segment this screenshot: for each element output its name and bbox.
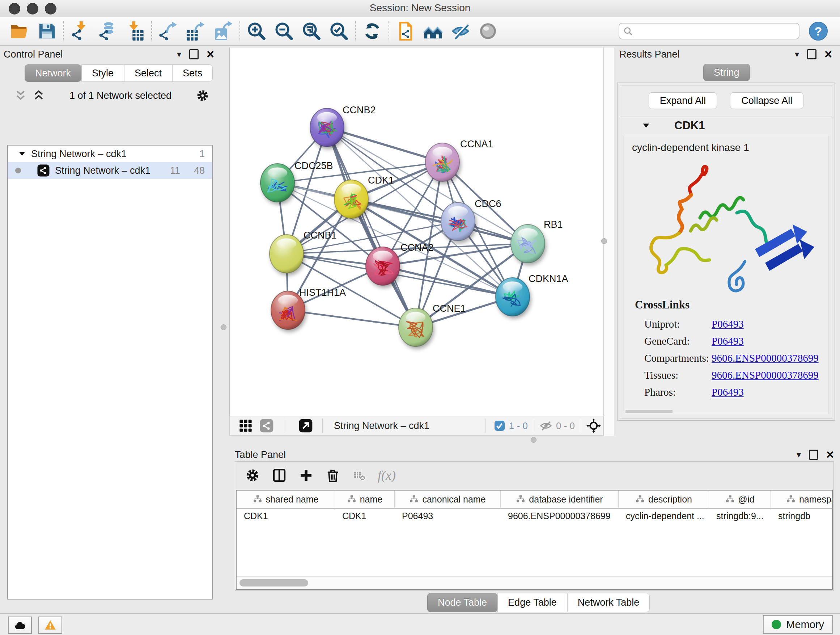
zoom-selected-icon[interactable]	[327, 20, 351, 42]
network-edge-CCNB2-CCNA1[interactable]	[327, 127, 442, 162]
network-options-gear-icon[interactable]	[196, 89, 209, 102]
table-cell[interactable]: CDK1	[237, 509, 335, 524]
table-cell[interactable]: cyclin-dependent ...	[619, 509, 709, 524]
network-node-CCNA1[interactable]	[425, 143, 459, 181]
zoom-out-icon[interactable]	[272, 20, 296, 42]
network-node-CDC6[interactable]	[441, 203, 475, 241]
save-session-icon[interactable]	[35, 20, 58, 42]
table-cell[interactable]: CDK1	[335, 509, 395, 524]
selected-checkbox-icon[interactable]	[494, 416, 505, 435]
expand-all-networks-icon[interactable]	[14, 89, 27, 102]
section-expander-icon[interactable]	[642, 121, 651, 130]
function-builder-button[interactable]: f(x)	[378, 468, 396, 483]
import-network-database-icon[interactable]	[95, 20, 119, 42]
column-header-namespace[interactable]: namespace	[771, 491, 833, 509]
float-panel-icon[interactable]	[807, 49, 816, 59]
birdseye-share-icon[interactable]	[259, 416, 274, 435]
open-file-icon[interactable]	[7, 20, 31, 42]
table-cell[interactable]: P06493	[395, 509, 501, 524]
network-node-RB1[interactable]	[511, 225, 545, 263]
network-overview-icon[interactable]	[421, 20, 445, 42]
hide-graphics-icon[interactable]	[448, 20, 472, 42]
tab-sets[interactable]: Sets	[172, 65, 213, 82]
grid-view-icon[interactable]	[238, 416, 253, 435]
cloud-status-button[interactable]	[8, 616, 32, 634]
table-options-gear-icon[interactable]	[244, 467, 261, 484]
panel-menu-icon[interactable]: ▾	[177, 50, 181, 59]
network-node-CCNE1[interactable]	[399, 308, 433, 347]
results-scrollbar-stub[interactable]	[625, 410, 673, 413]
close-panel-icon[interactable]: ×	[826, 450, 834, 460]
network-collection-row[interactable]: String Network – cdk1 1	[8, 146, 212, 162]
expand-all-button[interactable]: Expand All	[649, 92, 717, 109]
network-node-CCNB2[interactable]	[310, 108, 344, 147]
tab-node-table[interactable]: Node Table	[427, 593, 497, 612]
import-table-file-icon[interactable]	[123, 20, 147, 42]
crosslink-link[interactable]: 9606.ENSP00000378699	[712, 352, 819, 364]
network-node-CDKN1A[interactable]	[496, 278, 530, 316]
search-input[interactable]	[636, 25, 795, 37]
export-network-icon[interactable]	[156, 20, 180, 42]
add-column-icon[interactable]	[297, 467, 315, 484]
search-box[interactable]	[619, 23, 799, 40]
bottom-splitter-handle[interactable]	[531, 437, 537, 443]
tab-network[interactable]: Network	[25, 65, 81, 82]
panel-menu-icon[interactable]: ▾	[795, 50, 799, 59]
crosslink-link[interactable]: P06493	[712, 386, 744, 398]
column-header-canonical-name[interactable]: canonical name	[395, 491, 501, 509]
float-panel-icon[interactable]	[189, 49, 199, 59]
collection-expander-icon[interactable]	[18, 150, 26, 158]
collapse-all-networks-icon[interactable]	[33, 89, 45, 102]
network-row[interactable]: String Network – cdk1 11 48	[8, 162, 212, 179]
network-node-CDC25B[interactable]	[261, 164, 294, 202]
scrollbar-thumb[interactable]	[240, 579, 308, 586]
column-header-shared-name[interactable]: shared name	[237, 491, 335, 509]
hidden-eye-slash-icon[interactable]	[539, 416, 553, 435]
crosslink-link[interactable]: P06493	[712, 335, 744, 347]
export-table-icon[interactable]	[184, 20, 208, 42]
column-header-database-identifier[interactable]: database identifier	[501, 491, 619, 509]
table-cell[interactable]: 9606.ENSP00000378699	[501, 509, 619, 524]
tab-edge-table[interactable]: Edge Table	[497, 593, 567, 612]
collapse-all-button[interactable]: Collapse All	[730, 92, 804, 109]
tab-string[interactable]: String	[703, 64, 750, 81]
import-network-file-icon[interactable]	[68, 20, 92, 42]
tab-style[interactable]: Style	[81, 65, 124, 82]
open-in-window-icon[interactable]	[298, 416, 313, 435]
warnings-button[interactable]	[38, 616, 62, 634]
table-horizontal-scrollbar[interactable]	[237, 576, 832, 589]
right-splitter-handle[interactable]	[601, 238, 607, 244]
delete-column-icon[interactable]	[324, 467, 341, 484]
zoom-in-icon[interactable]	[245, 20, 268, 42]
string-import-icon[interactable]	[393, 20, 417, 42]
column-header-name[interactable]: name	[335, 491, 395, 509]
crosslink-label: Tissues:	[644, 369, 712, 381]
show-graphics-icon[interactable]	[476, 20, 500, 42]
table-cell[interactable]: stringdb	[771, 509, 833, 524]
network-node-CCNB1[interactable]	[270, 234, 303, 273]
show-columns-icon[interactable]	[271, 467, 288, 484]
network-node-CCNA2[interactable]	[366, 247, 400, 285]
crosslink-link[interactable]: 9606.ENSP00000378699	[712, 369, 819, 381]
panel-menu-icon[interactable]: ▾	[797, 450, 801, 459]
column-header--id[interactable]: @id	[709, 491, 771, 509]
memory-button[interactable]: Memory	[763, 615, 833, 634]
table-cell[interactable]: stringdb:9...	[709, 509, 771, 524]
close-panel-icon[interactable]: ×	[207, 49, 214, 60]
refresh-icon[interactable]	[360, 20, 384, 42]
zoom-fit-icon[interactable]	[300, 20, 324, 42]
network-edge-HIST1H1A-CCNE1[interactable]	[288, 310, 416, 327]
column-header-description[interactable]: description	[619, 491, 709, 509]
network-canvas[interactable]: CCNB2CCNA1CDC25BCDK1CDC6RB1CCNB1CCNA2CDK…	[229, 47, 604, 416]
help-button[interactable]: ?	[809, 22, 828, 41]
tab-select[interactable]: Select	[124, 65, 172, 82]
left-splitter-handle[interactable]	[221, 325, 226, 330]
delete-table-icon[interactable]	[351, 467, 368, 484]
close-panel-icon[interactable]: ×	[824, 49, 832, 60]
network-node-CDK1[interactable]	[334, 180, 368, 218]
fit-selected-crosshair-icon[interactable]	[586, 416, 601, 435]
tab-network-table[interactable]: Network Table	[567, 593, 650, 612]
float-panel-icon[interactable]	[809, 450, 818, 460]
crosslink-link[interactable]: P06493	[712, 318, 744, 330]
export-image-icon[interactable]	[211, 20, 235, 42]
